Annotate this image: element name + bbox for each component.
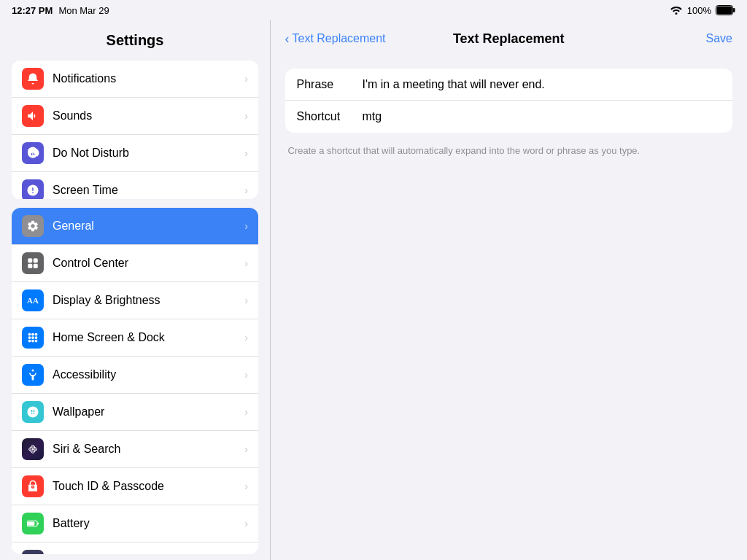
do-not-disturb-label: Do Not Disturb bbox=[53, 147, 129, 160]
wallpaper-label: Wallpaper bbox=[53, 405, 104, 419]
sidebar-item-siri-search[interactable]: Siri & Search › bbox=[12, 431, 258, 468]
shortcut-row[interactable]: Shortcut mtg bbox=[285, 101, 733, 133]
sidebar-item-battery[interactable]: Battery › bbox=[12, 505, 258, 542]
svg-point-16 bbox=[32, 369, 34, 371]
notifications-label: Notifications bbox=[53, 72, 116, 85]
battery-label: Battery bbox=[53, 517, 90, 530]
svg-point-14 bbox=[31, 339, 34, 342]
svg-point-9 bbox=[35, 332, 38, 335]
svg-point-19 bbox=[32, 448, 34, 450]
sidebar-item-notifications[interactable]: Notifications › bbox=[12, 61, 258, 98]
svg-rect-4 bbox=[34, 258, 38, 262]
control-center-chevron: › bbox=[244, 257, 248, 269]
status-bar: 12:27 PM Mon Mar 29 100% bbox=[0, 0, 747, 20]
svg-rect-3 bbox=[28, 258, 32, 262]
sidebar: Settings Notifications › bbox=[0, 20, 270, 560]
battery-settings-icon bbox=[22, 513, 44, 534]
sounds-icon bbox=[22, 105, 44, 127]
sidebar-item-display-brightness[interactable]: AA Display & Brightness › bbox=[12, 282, 258, 319]
sidebar-item-touch-id[interactable]: Touch ID & Passcode › bbox=[12, 468, 258, 505]
sidebar-item-do-not-disturb[interactable]: Do Not Disturb › bbox=[12, 135, 258, 172]
wallpaper-chevron: › bbox=[244, 406, 248, 418]
siri-search-label: Siri & Search bbox=[53, 443, 120, 456]
screen-time-label: Screen Time bbox=[53, 184, 118, 197]
back-label: Text Replacement bbox=[293, 32, 386, 45]
svg-point-15 bbox=[35, 339, 38, 342]
main-layout: Settings Notifications › bbox=[0, 20, 747, 560]
accessibility-label: Accessibility bbox=[53, 368, 116, 381]
status-date: Mon Mar 29 bbox=[58, 5, 109, 16]
battery-icon bbox=[716, 5, 735, 15]
notifications-icon bbox=[22, 68, 44, 90]
touch-id-label: Touch ID & Passcode bbox=[53, 480, 164, 493]
detail-panel: ‹ Text Replacement Text Replacement Save… bbox=[271, 20, 748, 560]
battery-percentage: 100% bbox=[687, 5, 711, 16]
sidebar-item-wallpaper[interactable]: Wallpaper › bbox=[12, 394, 258, 431]
sidebar-item-control-center[interactable]: Control Center › bbox=[12, 245, 258, 282]
do-not-disturb-chevron: › bbox=[244, 147, 248, 159]
svg-point-8 bbox=[31, 332, 34, 335]
notifications-chevron: › bbox=[244, 73, 248, 85]
home-screen-chevron: › bbox=[244, 332, 248, 343]
status-right: 100% bbox=[670, 4, 735, 17]
display-brightness-icon: AA bbox=[22, 289, 44, 311]
control-center-icon bbox=[22, 252, 44, 274]
general-icon bbox=[22, 215, 44, 237]
settings-group-2: General › Control Center › AA bbox=[12, 208, 258, 554]
sidebar-item-home-screen[interactable]: Home Screen & Dock › bbox=[12, 319, 258, 357]
home-screen-label: Home Screen & Dock bbox=[53, 331, 165, 344]
back-chevron-icon: ‹ bbox=[285, 31, 290, 47]
screen-time-chevron: › bbox=[244, 184, 248, 196]
siri-search-chevron: › bbox=[244, 443, 248, 455]
svg-rect-22 bbox=[37, 522, 39, 524]
sounds-chevron: › bbox=[244, 110, 248, 122]
phrase-label: Phrase bbox=[297, 78, 363, 91]
screen-time-icon bbox=[22, 179, 44, 199]
phrase-value[interactable]: I'm in a meeting that will never end. bbox=[363, 78, 721, 91]
svg-rect-2 bbox=[733, 8, 735, 12]
general-label: General bbox=[53, 219, 94, 233]
svg-rect-21 bbox=[28, 521, 34, 525]
sidebar-item-general[interactable]: General › bbox=[12, 208, 258, 245]
svg-point-11 bbox=[31, 336, 34, 339]
privacy-icon bbox=[22, 550, 44, 554]
back-button[interactable]: ‹ Text Replacement bbox=[285, 31, 386, 47]
svg-rect-6 bbox=[34, 263, 38, 268]
svg-point-13 bbox=[28, 339, 31, 342]
wallpaper-icon bbox=[22, 401, 44, 423]
display-brightness-chevron: › bbox=[244, 295, 248, 306]
form-card: Phrase I'm in a meeting that will never … bbox=[285, 69, 733, 133]
detail-header: ‹ Text Replacement Text Replacement Save bbox=[271, 20, 748, 57]
siri-search-icon bbox=[22, 438, 44, 460]
svg-point-7 bbox=[28, 332, 31, 335]
accessibility-chevron: › bbox=[244, 369, 248, 381]
sidebar-item-accessibility[interactable]: Accessibility › bbox=[12, 357, 258, 394]
touch-id-icon bbox=[22, 475, 44, 497]
sidebar-item-sounds[interactable]: Sounds › bbox=[12, 98, 258, 135]
save-button[interactable]: Save bbox=[706, 32, 732, 45]
svg-rect-5 bbox=[28, 263, 32, 268]
shortcut-value[interactable]: mtg bbox=[363, 110, 721, 123]
accessibility-icon bbox=[22, 364, 44, 386]
detail-content: Phrase I'm in a meeting that will never … bbox=[271, 57, 748, 560]
svg-point-12 bbox=[35, 336, 38, 339]
sidebar-title: Settings bbox=[12, 26, 258, 52]
hint-text: Create a shortcut that will automaticall… bbox=[285, 141, 733, 160]
phrase-row[interactable]: Phrase I'm in a meeting that will never … bbox=[285, 69, 733, 101]
do-not-disturb-icon bbox=[22, 142, 44, 164]
svg-rect-1 bbox=[717, 7, 732, 15]
detail-title: Text Replacement bbox=[453, 31, 565, 47]
display-brightness-label: Display & Brightness bbox=[53, 294, 160, 307]
sidebar-item-privacy[interactable]: Privacy › bbox=[12, 542, 258, 554]
control-center-label: Control Center bbox=[53, 257, 128, 270]
settings-group-1: Notifications › Sounds › bbox=[12, 61, 258, 199]
home-screen-icon bbox=[22, 327, 44, 349]
sounds-label: Sounds bbox=[53, 109, 92, 122]
battery-chevron: › bbox=[244, 518, 248, 529]
touch-id-chevron: › bbox=[244, 481, 248, 492]
svg-point-10 bbox=[28, 336, 31, 339]
sidebar-item-screen-time[interactable]: Screen Time › bbox=[12, 172, 258, 199]
general-chevron: › bbox=[244, 220, 248, 232]
status-time: 12:27 PM bbox=[12, 5, 53, 16]
shortcut-label: Shortcut bbox=[297, 110, 363, 123]
